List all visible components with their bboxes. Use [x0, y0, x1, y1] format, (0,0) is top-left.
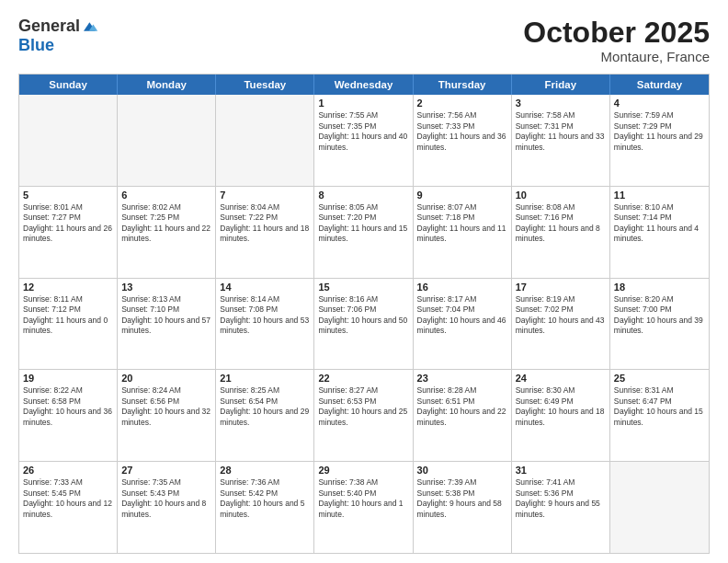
cell-detail: Sunrise: 7:58 AM Sunset: 7:31 PM Dayligh… [516, 110, 606, 153]
cell-detail: Sunrise: 7:41 AM Sunset: 5:36 PM Dayligh… [516, 477, 606, 520]
title-block: October 2025 Montaure, France [523, 17, 710, 64]
day-number: 31 [516, 465, 606, 476]
calendar-cell: 19Sunrise: 8:22 AM Sunset: 6:58 PM Dayli… [19, 370, 118, 461]
day-number: 20 [121, 373, 211, 384]
calendar-row: 19Sunrise: 8:22 AM Sunset: 6:58 PM Dayli… [19, 369, 709, 461]
cell-detail: Sunrise: 8:28 AM Sunset: 6:51 PM Dayligh… [417, 385, 507, 428]
day-number: 8 [318, 190, 408, 201]
day-number: 14 [220, 282, 310, 293]
calendar-cell: 8Sunrise: 8:05 AM Sunset: 7:20 PM Daylig… [314, 187, 413, 278]
cell-detail: Sunrise: 8:25 AM Sunset: 6:54 PM Dayligh… [220, 385, 310, 428]
day-of-week-header: Wednesday [314, 75, 413, 95]
day-number: 5 [23, 190, 113, 201]
page: General Blue October 2025 Montaure, Fran… [0, 0, 728, 563]
calendar-cell: 26Sunrise: 7:33 AM Sunset: 5:45 PM Dayli… [19, 462, 118, 553]
calendar-cell: 4Sunrise: 7:59 AM Sunset: 7:29 PM Daylig… [610, 95, 709, 186]
calendar-cell: 17Sunrise: 8:19 AM Sunset: 7:02 PM Dayli… [512, 279, 610, 370]
day-of-week-header: Saturday [610, 75, 709, 95]
calendar-row: 12Sunrise: 8:11 AM Sunset: 7:12 PM Dayli… [19, 278, 709, 370]
day-number: 24 [516, 373, 606, 384]
day-number: 18 [614, 282, 705, 293]
calendar-cell: 21Sunrise: 8:25 AM Sunset: 6:54 PM Dayli… [216, 370, 314, 461]
calendar-cell: 22Sunrise: 8:27 AM Sunset: 6:53 PM Dayli… [314, 370, 413, 461]
day-number: 13 [121, 282, 211, 293]
day-number: 30 [417, 465, 507, 476]
cell-detail: Sunrise: 8:24 AM Sunset: 6:56 PM Dayligh… [121, 385, 211, 428]
calendar: SundayMondayTuesdayWednesdayThursdayFrid… [18, 74, 710, 554]
calendar-cell [118, 95, 216, 186]
cell-detail: Sunrise: 8:16 AM Sunset: 7:06 PM Dayligh… [318, 294, 408, 337]
cell-detail: Sunrise: 7:35 AM Sunset: 5:43 PM Dayligh… [121, 477, 211, 520]
header: General Blue October 2025 Montaure, Fran… [18, 17, 710, 64]
day-of-week-header: Friday [512, 75, 610, 95]
calendar-cell: 10Sunrise: 8:08 AM Sunset: 7:16 PM Dayli… [512, 187, 610, 278]
cell-detail: Sunrise: 7:38 AM Sunset: 5:40 PM Dayligh… [318, 477, 408, 520]
calendar-body: 1Sunrise: 7:55 AM Sunset: 7:35 PM Daylig… [19, 95, 709, 553]
calendar-cell: 29Sunrise: 7:38 AM Sunset: 5:40 PM Dayli… [314, 462, 413, 553]
calendar-cell: 20Sunrise: 8:24 AM Sunset: 6:56 PM Dayli… [118, 370, 216, 461]
calendar-cell: 7Sunrise: 8:04 AM Sunset: 7:22 PM Daylig… [216, 187, 314, 278]
cell-detail: Sunrise: 7:33 AM Sunset: 5:45 PM Dayligh… [23, 477, 113, 520]
cell-detail: Sunrise: 8:08 AM Sunset: 7:16 PM Dayligh… [516, 202, 606, 245]
day-number: 7 [220, 190, 310, 201]
calendar-row: 26Sunrise: 7:33 AM Sunset: 5:45 PM Dayli… [19, 461, 709, 553]
calendar-header: SundayMondayTuesdayWednesdayThursdayFrid… [19, 75, 709, 95]
calendar-cell: 15Sunrise: 8:16 AM Sunset: 7:06 PM Dayli… [314, 279, 413, 370]
location: Montaure, France [523, 49, 710, 64]
cell-detail: Sunrise: 7:59 AM Sunset: 7:29 PM Dayligh… [614, 110, 705, 153]
cell-detail: Sunrise: 7:56 AM Sunset: 7:33 PM Dayligh… [417, 110, 507, 153]
cell-detail: Sunrise: 8:30 AM Sunset: 6:49 PM Dayligh… [516, 385, 606, 428]
day-number: 22 [318, 373, 408, 384]
cell-detail: Sunrise: 8:19 AM Sunset: 7:02 PM Dayligh… [516, 294, 606, 337]
calendar-cell: 3Sunrise: 7:58 AM Sunset: 7:31 PM Daylig… [512, 95, 610, 186]
logo-blue-text: Blue [18, 36, 54, 55]
calendar-cell: 18Sunrise: 8:20 AM Sunset: 7:00 PM Dayli… [610, 279, 709, 370]
day-of-week-header: Tuesday [216, 75, 314, 95]
calendar-cell: 23Sunrise: 8:28 AM Sunset: 6:51 PM Dayli… [414, 370, 512, 461]
cell-detail: Sunrise: 8:22 AM Sunset: 6:58 PM Dayligh… [23, 385, 113, 428]
day-number: 4 [614, 98, 705, 109]
day-number: 19 [23, 373, 113, 384]
calendar-cell: 31Sunrise: 7:41 AM Sunset: 5:36 PM Dayli… [512, 462, 610, 553]
day-number: 26 [23, 465, 113, 476]
day-of-week-header: Thursday [414, 75, 512, 95]
day-number: 11 [614, 190, 705, 201]
cell-detail: Sunrise: 7:36 AM Sunset: 5:42 PM Dayligh… [220, 477, 310, 520]
cell-detail: Sunrise: 8:02 AM Sunset: 7:25 PM Dayligh… [121, 202, 211, 245]
calendar-cell: 12Sunrise: 8:11 AM Sunset: 7:12 PM Dayli… [19, 279, 118, 370]
day-number: 15 [318, 282, 408, 293]
day-number: 2 [417, 98, 507, 109]
calendar-cell [19, 95, 118, 186]
cell-detail: Sunrise: 8:13 AM Sunset: 7:10 PM Dayligh… [121, 294, 211, 337]
calendar-cell: 27Sunrise: 7:35 AM Sunset: 5:43 PM Dayli… [118, 462, 216, 553]
calendar-cell: 1Sunrise: 7:55 AM Sunset: 7:35 PM Daylig… [314, 95, 413, 186]
day-number: 12 [23, 282, 113, 293]
cell-detail: Sunrise: 8:05 AM Sunset: 7:20 PM Dayligh… [318, 202, 408, 245]
cell-detail: Sunrise: 8:20 AM Sunset: 7:00 PM Dayligh… [614, 294, 705, 337]
cell-detail: Sunrise: 8:10 AM Sunset: 7:14 PM Dayligh… [614, 202, 705, 245]
day-of-week-header: Monday [118, 75, 216, 95]
calendar-cell [216, 95, 314, 186]
cell-detail: Sunrise: 8:11 AM Sunset: 7:12 PM Dayligh… [23, 294, 113, 337]
logo: General Blue [18, 17, 98, 55]
day-number: 3 [516, 98, 606, 109]
calendar-cell: 28Sunrise: 7:36 AM Sunset: 5:42 PM Dayli… [216, 462, 314, 553]
calendar-cell: 13Sunrise: 8:13 AM Sunset: 7:10 PM Dayli… [118, 279, 216, 370]
day-number: 1 [318, 98, 408, 109]
calendar-cell: 24Sunrise: 8:30 AM Sunset: 6:49 PM Dayli… [512, 370, 610, 461]
day-number: 25 [614, 373, 705, 384]
day-number: 29 [318, 465, 408, 476]
calendar-cell: 16Sunrise: 8:17 AM Sunset: 7:04 PM Dayli… [414, 279, 512, 370]
logo-general-text: General [18, 17, 80, 36]
calendar-row: 1Sunrise: 7:55 AM Sunset: 7:35 PM Daylig… [19, 95, 709, 186]
day-number: 6 [121, 190, 211, 201]
calendar-cell: 11Sunrise: 8:10 AM Sunset: 7:14 PM Dayli… [610, 187, 709, 278]
month-title: October 2025 [523, 17, 710, 49]
day-number: 21 [220, 373, 310, 384]
calendar-cell: 14Sunrise: 8:14 AM Sunset: 7:08 PM Dayli… [216, 279, 314, 370]
cell-detail: Sunrise: 8:04 AM Sunset: 7:22 PM Dayligh… [220, 202, 310, 245]
day-number: 9 [417, 190, 507, 201]
calendar-cell: 2Sunrise: 7:56 AM Sunset: 7:33 PM Daylig… [414, 95, 512, 186]
calendar-cell: 25Sunrise: 8:31 AM Sunset: 6:47 PM Dayli… [610, 370, 709, 461]
calendar-row: 5Sunrise: 8:01 AM Sunset: 7:27 PM Daylig… [19, 186, 709, 278]
